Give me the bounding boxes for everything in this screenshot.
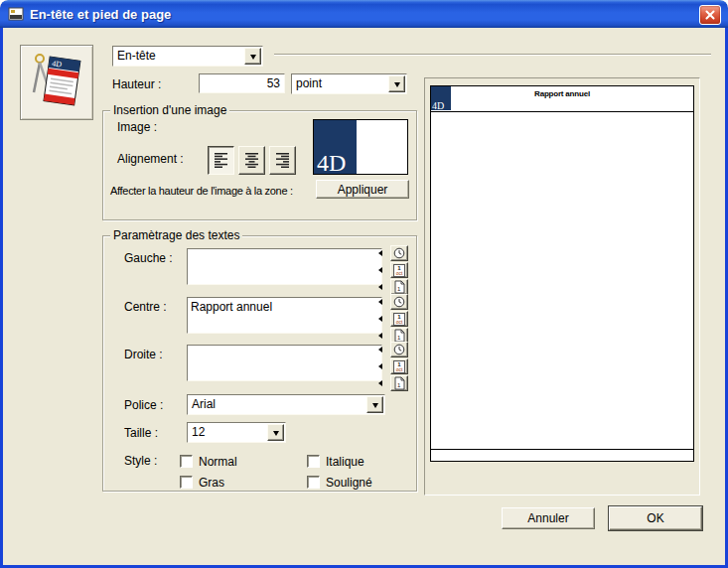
preview-header-text: Rapport annuel (431, 86, 693, 98)
gauche-label: Gauche : (124, 251, 173, 265)
ok-button-label: OK (647, 511, 663, 525)
clock-icon (393, 247, 405, 259)
separator-line (274, 54, 711, 56)
insert-marker-icon (378, 333, 382, 339)
align-center-icon (244, 152, 259, 169)
police-combo[interactable]: Arial (187, 394, 385, 415)
checkbox-normal-label[interactable]: Normal (199, 455, 237, 469)
police-label: Police : (124, 398, 163, 412)
insert-marker-icon (378, 380, 382, 386)
calendar-icon: 1 oct (393, 264, 405, 277)
close-button[interactable] (699, 5, 721, 25)
align-left-icon (214, 152, 228, 169)
hauteur-input[interactable] (199, 73, 285, 93)
chevron-down-icon[interactable] (267, 424, 284, 441)
down-arrow-icon (394, 82, 400, 87)
insert-marker-icon (378, 347, 382, 353)
preview-panel: 4D Rapport annuel (424, 77, 700, 496)
ok-button[interactable]: OK (609, 506, 702, 530)
down-arrow-icon (273, 431, 279, 436)
clock-icon (393, 296, 405, 308)
taille-combo[interactable]: 12 (187, 422, 286, 443)
gauche-insert-time-button[interactable] (390, 245, 408, 261)
checkbox-gras[interactable] (180, 476, 193, 489)
insert-marker-icon (378, 267, 382, 273)
taille-label: Taille : (124, 426, 158, 440)
page-number-icon: 1 (393, 376, 405, 390)
insert-marker-icon (378, 284, 382, 290)
centre-insert-date-button[interactable]: 1 oct (390, 311, 408, 327)
affect-height-label: Affecter la hauteur de l'image à la zone… (110, 185, 293, 197)
preview-4d-logo: 4D (431, 86, 451, 110)
zone-combo[interactable]: En-tête (112, 46, 263, 67)
cancel-button[interactable]: Annuler (502, 507, 595, 529)
image-preview: 4D (313, 119, 408, 175)
zone-combo-value: En-tête (117, 49, 156, 63)
image-group-title: Insertion d'une image (110, 103, 229, 117)
svg-text:4D: 4D (52, 59, 63, 69)
page-number-icon: 1 (393, 329, 405, 343)
4d-logo-block: 4D (314, 120, 357, 174)
hauteur-label: Hauteur : (112, 77, 161, 91)
checkbox-souligne[interactable] (307, 476, 320, 489)
calendar-icon: 1 oct (393, 313, 405, 326)
centre-insert-time-button[interactable] (390, 294, 408, 310)
4d-logo: 4D (431, 101, 444, 110)
checkbox-italique[interactable] (307, 455, 320, 468)
preview-footer-line (431, 449, 693, 450)
4d-logo: 4D (314, 152, 346, 174)
chevron-down-icon[interactable] (388, 75, 405, 92)
droite-insert-page-button[interactable]: 1 (390, 375, 408, 391)
droite-text-input[interactable] (187, 345, 382, 381)
chevron-down-icon[interactable] (244, 48, 261, 65)
insert-marker-icon (378, 299, 382, 305)
texts-group-title: Paramètrage des textes (110, 228, 242, 242)
dialog-icon (8, 6, 24, 22)
taille-combo-value: 12 (192, 425, 205, 439)
page-number-icon: 1 (393, 280, 405, 294)
checkbox-italique-label[interactable]: Italique (326, 455, 364, 469)
insert-marker-icon (378, 250, 382, 256)
align-left-button[interactable] (208, 146, 234, 175)
checkbox-normal[interactable] (180, 455, 193, 468)
align-center-button[interactable] (238, 146, 265, 175)
gauche-text-input[interactable] (187, 248, 382, 285)
apply-button-label: Appliquer (338, 183, 388, 197)
droite-insert-time-button[interactable] (390, 342, 408, 357)
down-arrow-icon (372, 403, 378, 408)
align-right-button[interactable] (269, 146, 296, 175)
insert-marker-icon (378, 363, 382, 369)
image-label: Image : (117, 120, 157, 134)
droite-label: Droite : (124, 348, 163, 361)
close-icon (700, 6, 720, 24)
centre-label: Centre : (124, 300, 167, 314)
header-footer-dialog: En-tête et pied de page 4D En-tête Ha (0, 0, 728, 568)
calendar-icon: 1 oct (393, 360, 405, 373)
police-combo-value: Arial (192, 397, 216, 411)
align-right-icon (275, 152, 290, 169)
gauche-insert-page-button[interactable]: 1 (390, 279, 408, 295)
apply-button[interactable]: Appliquer (316, 180, 409, 199)
gauche-insert-date-button[interactable]: 1 oct (390, 262, 408, 278)
cancel-button-label: Annuler (527, 511, 568, 525)
chevron-down-icon[interactable] (366, 396, 383, 413)
title-bar: En-tête et pied de page (0, 0, 728, 28)
unit-combo[interactable]: point (291, 73, 407, 94)
window-title: En-tête et pied de page (30, 7, 171, 22)
preview-header: 4D Rapport annuel (431, 86, 693, 112)
preview-page: 4D Rapport annuel (430, 85, 694, 462)
document-compass-icon: 4D (20, 45, 93, 120)
down-arrow-icon (250, 55, 256, 60)
clock-icon (393, 344, 405, 355)
style-label: Style : (124, 454, 157, 468)
checkbox-souligne-label[interactable]: Souligné (326, 476, 372, 490)
insert-marker-icon (378, 316, 382, 322)
window-border-left (0, 28, 3, 568)
alignment-label: Alignement : (117, 152, 184, 166)
unit-combo-value: point (296, 76, 322, 90)
centre-text-input[interactable]: Rapport annuel (187, 297, 382, 334)
checkbox-gras-label[interactable]: Gras (199, 476, 224, 490)
droite-insert-date-button[interactable]: 1 oct (390, 358, 408, 374)
